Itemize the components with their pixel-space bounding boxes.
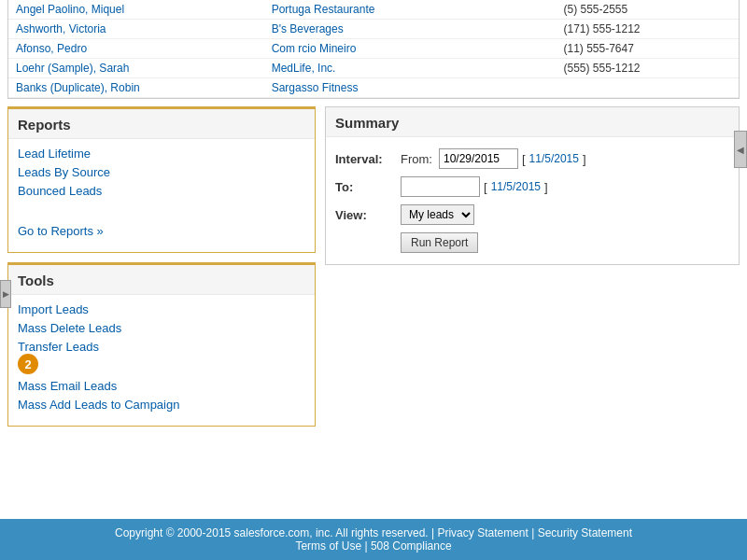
privacy-link[interactable]: Privacy Statement <box>437 526 528 539</box>
tools-title: Tools <box>8 265 315 295</box>
summary-title: Summary <box>326 107 739 137</box>
terms-link[interactable]: Terms of Use <box>295 539 361 553</box>
phone-cell: (5) 555-2555 <box>556 0 739 20</box>
table-row: Loehr (Sample), SarahMedLife, Inc.(555) … <box>8 59 739 78</box>
from-label: From: <box>401 152 432 166</box>
to-field: [ 11/5/2015 ] <box>401 176 548 197</box>
phone-cell <box>556 78 739 98</box>
table-row: Angel Paolino, MiquelPortuga Restaurante… <box>8 0 739 20</box>
view-label: View: <box>335 208 401 222</box>
table-row: Afonso, PedroCom rcio Mineiro(11) 555-76… <box>8 39 739 59</box>
phone-cell: (11) 555-7647 <box>556 39 739 59</box>
lead-name-link[interactable]: Banks (Duplicate), Robin <box>16 81 140 94</box>
leads-table: Angel Paolino, MiquelPortuga Restaurante… <box>7 0 740 99</box>
mass-delete-leads-link[interactable]: Mass Delete Leads <box>18 321 305 335</box>
transfer-leads-link[interactable]: Transfer Leads 2 <box>18 340 305 374</box>
table-row: Ashworth, VictoriaB's Beverages(171) 555… <box>8 20 739 39</box>
reports-section: Reports Lead Lifetime Leads By Source Bo… <box>7 106 316 253</box>
view-row: View: My leads All leads <box>335 204 729 225</box>
company-link[interactable]: Portuga Restaurante <box>272 3 375 16</box>
main-content: Reports Lead Lifetime Leads By Source Bo… <box>7 106 740 436</box>
company-link[interactable]: Com rcio Mineiro <box>272 42 357 55</box>
summary-box: Summary Interval: From: [ 11/5/2015 ] To… <box>325 106 740 265</box>
left-expand-arrow[interactable]: ▶ <box>0 280 11 308</box>
to-date-input[interactable] <box>401 176 480 197</box>
import-leads-link[interactable]: Import Leads <box>18 302 305 316</box>
copyright-text: Copyright © 2000-2015 salesforce.com, in… <box>115 526 429 539</box>
run-report-row: Run Report <box>401 232 729 253</box>
to-label: To: <box>335 180 401 194</box>
footer-line1: Copyright © 2000-2015 salesforce.com, in… <box>7 526 740 539</box>
bracket-close-1: ] <box>583 152 586 166</box>
tools-section: Tools Import Leads Mass Delete Leads Tra… <box>7 262 316 427</box>
goto-reports-link[interactable]: Go to Reports » <box>18 224 305 238</box>
bracket-open-1: [ <box>522 152 526 166</box>
from-date-input[interactable] <box>439 148 518 169</box>
run-report-button[interactable]: Run Report <box>401 232 478 253</box>
company-link[interactable]: Sargasso Fitness <box>272 81 359 94</box>
to-date-link[interactable]: 11/5/2015 <box>491 180 541 193</box>
reports-title: Reports <box>8 109 315 139</box>
company-link[interactable]: B's Beverages <box>272 22 344 35</box>
view-select[interactable]: My leads All leads <box>401 204 474 225</box>
lead-lifetime-link[interactable]: Lead Lifetime <box>18 147 305 161</box>
lead-name-link[interactable]: Loehr (Sample), Sarah <box>16 62 129 75</box>
phone-cell: (555) 555-1212 <box>556 59 739 78</box>
bracket-close-2: ] <box>544 180 548 194</box>
from-field: From: [ 11/5/2015 ] <box>401 148 586 169</box>
mass-email-leads-link[interactable]: Mass Email Leads <box>18 379 305 393</box>
lead-name-link[interactable]: Angel Paolino, Miquel <box>16 3 124 16</box>
table-row: Banks (Duplicate), RobinSargasso Fitness <box>8 78 739 98</box>
phone-cell: (171) 555-1212 <box>556 20 739 39</box>
bracket-open-2: [ <box>484 180 487 194</box>
footer: Copyright © 2000-2015 salesforce.com, in… <box>0 519 747 560</box>
transfer-leads-badge: 2 <box>18 354 38 374</box>
company-link[interactable]: MedLife, Inc. <box>272 62 336 75</box>
compliance-link[interactable]: 508 Compliance <box>371 539 452 553</box>
left-panel: Reports Lead Lifetime Leads By Source Bo… <box>7 106 316 436</box>
bounced-leads-link[interactable]: Bounced Leads <box>18 184 305 198</box>
from-date-link[interactable]: 11/5/2015 <box>529 152 579 165</box>
tools-links: Import Leads Mass Delete Leads Transfer … <box>8 295 315 426</box>
mass-add-leads-link[interactable]: Mass Add Leads to Campaign <box>18 398 305 412</box>
interval-label: Interval: <box>335 152 401 166</box>
lead-name-link[interactable]: Ashworth, Victoria <box>16 22 106 35</box>
to-row: To: [ 11/5/2015 ] <box>335 176 729 197</box>
view-field: My leads All leads <box>401 204 474 225</box>
footer-line2: Terms of Use | 508 Compliance <box>7 539 740 553</box>
leads-by-source-link[interactable]: Leads By Source <box>18 165 305 179</box>
lead-name-link[interactable]: Afonso, Pedro <box>16 42 87 55</box>
collapse-handle[interactable]: ◀ <box>734 131 747 168</box>
reports-links: Lead Lifetime Leads By Source Bounced Le… <box>8 139 315 252</box>
interval-row: Interval: From: [ 11/5/2015 ] <box>335 148 729 169</box>
security-link[interactable]: Security Statement <box>538 526 632 539</box>
right-panel: Summary Interval: From: [ 11/5/2015 ] To… <box>325 106 740 436</box>
summary-content: Interval: From: [ 11/5/2015 ] To: [ <box>326 137 739 264</box>
